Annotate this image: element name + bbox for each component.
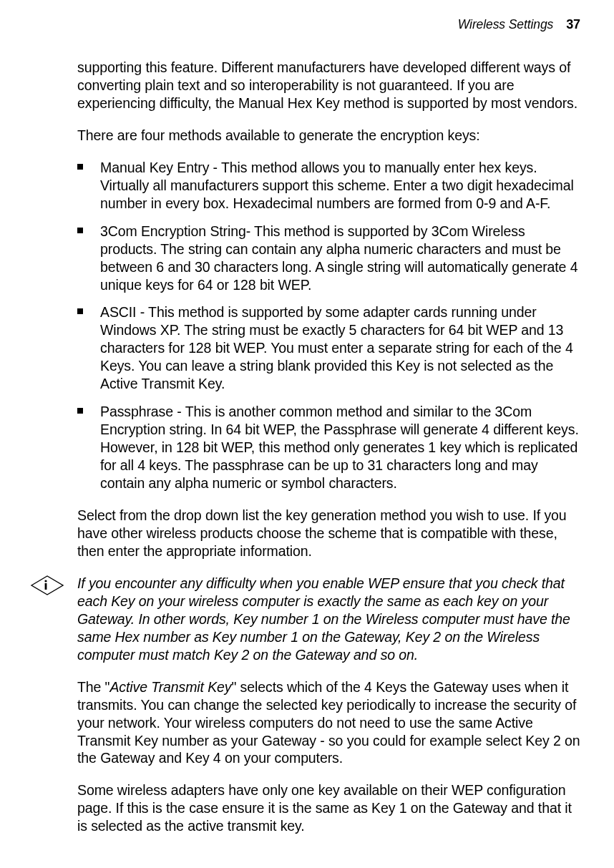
- paragraph: The "Active Transmit Key" selects which …: [77, 678, 584, 768]
- svg-point-1: [44, 580, 47, 582]
- svg-rect-2: [45, 583, 47, 590]
- page-header: Wireless Settings 37: [458, 16, 580, 33]
- list-item-text: Manual Key Entry - This method allows yo…: [100, 160, 574, 211]
- info-icon: [30, 575, 64, 600]
- svg-marker-0: [31, 576, 63, 595]
- info-note: If you encounter any difficulty when you…: [77, 575, 584, 664]
- list-item: Manual Key Entry - This method allows yo…: [77, 159, 584, 213]
- emphasis-text: Active Transmit Key: [109, 679, 231, 695]
- list-item: ASCII - This method is supported by some…: [77, 303, 584, 393]
- bullet-list: Manual Key Entry - This method allows yo…: [77, 159, 584, 492]
- list-item-text: Passphrase - This is another common meth…: [100, 404, 579, 491]
- list-item: 3Com Encryption String- This method is s…: [77, 223, 584, 294]
- square-bullet-icon: [77, 228, 83, 233]
- square-bullet-icon: [77, 408, 83, 414]
- list-item: Passphrase - This is another common meth…: [77, 403, 584, 492]
- paragraph: Some wireless adapters have only one key…: [77, 781, 584, 835]
- paragraph: There are four methods available to gene…: [77, 127, 584, 145]
- page-number: 37: [566, 16, 580, 33]
- section-title: Wireless Settings: [458, 16, 553, 32]
- list-item-text: ASCII - This method is supported by some…: [100, 304, 573, 391]
- square-bullet-icon: [77, 164, 83, 170]
- page-content: supporting this feature. Different manuf…: [77, 59, 584, 849]
- note-text: If you encounter any difficulty when you…: [77, 575, 584, 664]
- square-bullet-icon: [77, 308, 83, 314]
- text-fragment: The ": [77, 679, 109, 695]
- paragraph: Select from the drop down list the key g…: [77, 507, 584, 560]
- list-item-text: 3Com Encryption String- This method is s…: [100, 223, 578, 293]
- paragraph: supporting this feature. Different manuf…: [77, 59, 584, 112]
